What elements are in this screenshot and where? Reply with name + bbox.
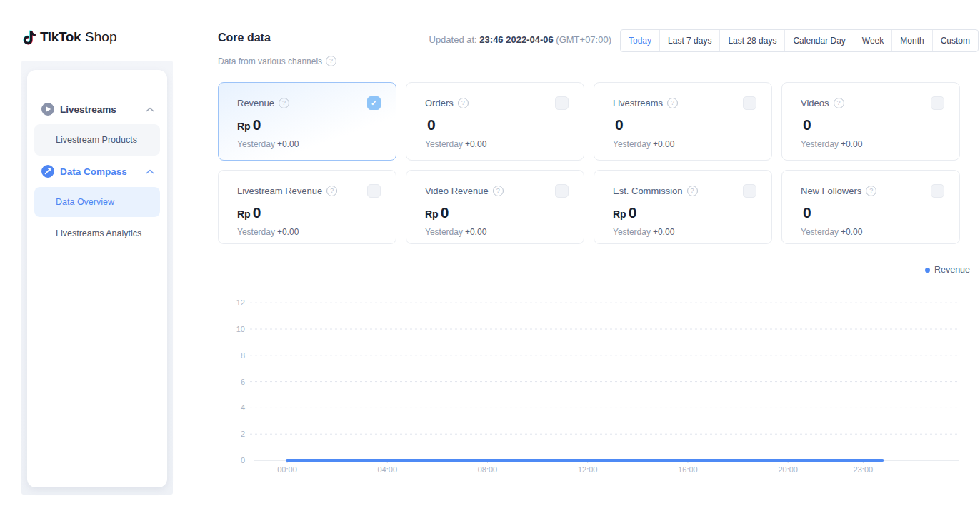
metric-card-videos[interactable]: Videos? 0 Yesterday+0.00	[781, 82, 960, 161]
compass-arrow-icon	[41, 165, 54, 178]
help-icon[interactable]: ?	[493, 186, 504, 196]
updated-time: 23:46 2022-04-06	[479, 34, 553, 45]
revenue-line-chart: 02468101200:0004:0008:0012:0016:0020:002…	[216, 275, 980, 489]
sidebar-item-data-compass[interactable]: Data Compass	[27, 163, 167, 179]
compare-label: Yesterday	[237, 227, 275, 237]
metric-cards-grid: Revenue?✓ Rp0 Yesterday+0.00 Orders? 0 Y…	[218, 82, 960, 244]
sidebar-item-livestreams-analytics[interactable]: Livestreams Analytics	[34, 226, 160, 241]
help-icon[interactable]: ?	[279, 98, 289, 108]
tiktok-shop-logo: TikTok Shop	[21, 27, 116, 47]
legend-item-revenue[interactable]: Revenue	[925, 265, 970, 275]
metric-value: Rp0	[237, 116, 380, 133]
metric-value: 0	[801, 116, 944, 133]
tab-week[interactable]: Week	[854, 30, 892, 51]
metric-card-est-commission[interactable]: Est. Commission? Rp0 Yesterday+0.00	[594, 170, 772, 244]
metric-card-new-followers[interactable]: New Followers? 0 Yesterday+0.00	[781, 170, 960, 244]
compare-label: Yesterday	[613, 227, 651, 237]
metric-checkbox[interactable]	[931, 184, 944, 198]
metric-checkbox[interactable]	[743, 96, 756, 110]
help-icon[interactable]: ?	[687, 186, 698, 196]
metric-label: Videos	[801, 98, 829, 108]
metric-value: Rp0	[425, 204, 568, 221]
sidebar-item-label: Livestream Products	[56, 135, 137, 145]
metric-card-livestream-revenue[interactable]: Livestream Revenue? Rp0 Yesterday+0.00	[218, 170, 396, 244]
legend-dot	[925, 268, 930, 273]
sidebar-item-data-overview[interactable]: Data Overview	[34, 187, 160, 217]
svg-text:23:00: 23:00	[854, 465, 874, 474]
metric-checkbox[interactable]	[555, 184, 569, 198]
metric-value: 0	[801, 204, 944, 221]
svg-text:08:00: 08:00	[478, 465, 498, 474]
svg-text:12: 12	[236, 298, 245, 307]
updated-timezone: (GMT+07:00)	[556, 34, 611, 45]
svg-text:20:00: 20:00	[778, 465, 798, 474]
tab-month[interactable]: Month	[892, 30, 932, 51]
metric-value: Rp0	[613, 204, 756, 221]
sidebar-top-divider	[21, 16, 173, 16]
play-circle-icon	[41, 103, 54, 116]
svg-text:04:00: 04:00	[377, 465, 397, 474]
svg-text:0: 0	[241, 456, 245, 465]
chevron-up-icon[interactable]	[146, 107, 154, 112]
metric-label: Video Revenue	[425, 186, 489, 196]
tab-last-7-days[interactable]: Last 7 days	[660, 30, 720, 51]
sidebar: Livestreams Livestream Products Data Com…	[21, 61, 173, 495]
compare-label: Yesterday	[801, 227, 839, 237]
svg-text:12:00: 12:00	[578, 465, 598, 474]
brand-name-bold: TikTok	[40, 29, 81, 45]
tab-today[interactable]: Today	[621, 30, 660, 51]
help-icon[interactable]: ?	[458, 98, 469, 108]
change-value: +0.00	[465, 227, 486, 237]
compare-label: Yesterday	[801, 139, 839, 149]
sidebar-item-label: Livestreams Analytics	[56, 228, 141, 238]
sidebar-menu: Livestreams Livestream Products Data Com…	[27, 70, 167, 487]
metric-card-orders[interactable]: Orders? 0 Yesterday+0.00	[406, 82, 584, 161]
tiktok-note-icon	[21, 29, 38, 46]
metric-checkbox[interactable]: ✓	[367, 96, 381, 110]
tab-last-28-days[interactable]: Last 28 days	[720, 30, 785, 51]
metric-value: 0	[613, 116, 756, 133]
change-value: +0.00	[841, 227, 862, 237]
svg-text:8: 8	[241, 351, 245, 360]
metric-value: 0	[425, 116, 568, 133]
svg-text:00:00: 00:00	[277, 465, 297, 474]
metric-checkbox[interactable]	[367, 184, 381, 198]
metric-card-video-revenue[interactable]: Video Revenue? Rp0 Yesterday+0.00	[406, 170, 584, 244]
metric-checkbox[interactable]	[743, 184, 756, 198]
sidebar-item-livestreams[interactable]: Livestreams	[27, 101, 167, 117]
tab-custom[interactable]: Custom	[933, 30, 978, 51]
help-icon[interactable]: ?	[866, 186, 876, 196]
change-value: +0.00	[841, 139, 862, 149]
tab-calendar-day[interactable]: Calendar Day	[785, 30, 854, 51]
metric-label: New Followers	[801, 186, 861, 196]
metric-label: Livestreams	[613, 98, 663, 108]
svg-text:10: 10	[236, 325, 245, 333]
svg-text:4: 4	[241, 403, 245, 412]
metric-card-livestreams[interactable]: Livestreams? 0 Yesterday+0.00	[594, 82, 772, 161]
help-icon[interactable]: ?	[326, 56, 336, 66]
change-value: +0.00	[465, 139, 486, 149]
compare-label: Yesterday	[425, 139, 463, 149]
metric-checkbox[interactable]	[555, 96, 569, 110]
metric-value: Rp0	[237, 204, 380, 221]
svg-text:6: 6	[241, 378, 245, 386]
legend-label: Revenue	[934, 265, 970, 275]
svg-text:2: 2	[241, 430, 245, 438]
help-icon[interactable]: ?	[326, 186, 337, 196]
change-value: +0.00	[653, 139, 674, 149]
help-icon[interactable]: ?	[667, 98, 678, 108]
help-icon[interactable]: ?	[834, 98, 844, 108]
metric-checkbox[interactable]	[931, 96, 944, 110]
change-value: +0.00	[277, 139, 299, 149]
compare-label: Yesterday	[425, 227, 463, 237]
metric-card-revenue[interactable]: Revenue?✓ Rp0 Yesterday+0.00	[218, 82, 396, 161]
svg-text:16:00: 16:00	[678, 465, 698, 474]
metric-label: Revenue	[237, 98, 274, 108]
sidebar-group-label: Livestreams	[60, 104, 116, 115]
sidebar-item-label: Data Overview	[56, 197, 114, 207]
change-value: +0.00	[277, 227, 299, 237]
chevron-up-icon[interactable]	[146, 169, 154, 174]
sidebar-item-livestream-products[interactable]: Livestream Products	[34, 124, 160, 156]
compare-label: Yesterday	[613, 139, 651, 149]
change-value: +0.00	[653, 227, 674, 237]
